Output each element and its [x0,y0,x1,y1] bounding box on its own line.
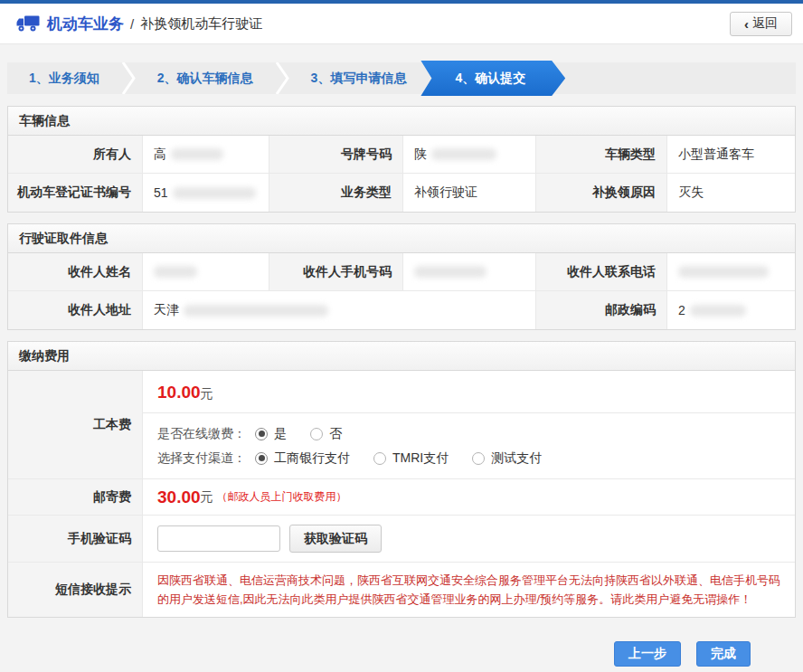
sms-code-content: 获取验证码 [143,516,795,563]
step-2-confirm-vehicle[interactable]: 2、确认车辆信息 [136,62,275,94]
reg-cert-value-text: 51 [154,185,168,200]
payment-options: 是否在线缴费： 是 否 选择支付渠道： 工商银行支付 [143,412,795,478]
page-title: 补换领机动车行驶证 [140,15,262,33]
owner-label: 所有人 [8,136,143,174]
back-chevron-icon: ‹ [744,17,749,31]
finish-button[interactable]: 完成 [696,641,751,667]
truck-icon [16,14,40,33]
sms-code-label: 手机验证码 [8,516,143,563]
redacted-value [431,148,496,160]
payment-table: 工本费 10.00元 是否在线缴费： 是 否 选择 [8,371,795,617]
redacted-value [690,305,746,317]
header: 机动车业务 / 补换领机动车行驶证 ‹ 返回 [0,4,803,44]
get-sms-code-button[interactable]: 获取验证码 [289,525,382,553]
online-payment-question-row: 是否在线缴费： 是 否 [157,421,780,446]
radio-icon[interactable] [310,428,323,440]
back-button[interactable]: ‹ 返回 [730,12,792,36]
redacted-value [184,305,328,317]
radio-option-icbc[interactable]: 工商银行支付 [255,450,350,467]
app-title: 机动车业务 [47,14,124,34]
step-1-label: 1、业务须知 [29,71,99,87]
postal-code-value: 2 [667,291,795,329]
sms-code-input[interactable] [157,525,280,552]
postal-code-text: 2 [678,303,685,317]
mail-fee-label: 邮寄费 [8,479,143,516]
reason-value: 灭失 [667,174,795,212]
owner-value-text: 高 [154,147,166,163]
recipient-mobile-label: 收件人手机号码 [269,253,403,291]
recipient-name-value [143,253,269,291]
vehicle-section-title: 车辆信息 [8,107,795,136]
mail-fee-note: （邮政人员上门收取费用） [217,489,347,505]
payment-section-title: 缴纳费用 [8,342,795,371]
pickup-section-title: 行驶证取件信息 [8,224,795,253]
mail-fee-currency: 元 [201,489,213,506]
recipient-name-label: 收件人姓名 [8,253,143,291]
pickup-info-section: 行驶证取件信息 收件人姓名 收件人手机号码 收件人联系电话 收件人地址 天津 邮… [7,223,796,330]
step-3-label: 3、填写申请信息 [311,71,407,87]
production-fee-amount: 10.00 [157,383,201,402]
footer-actions: 上一步 完成 [0,629,803,667]
recipient-phone-label: 收件人联系电话 [536,253,667,291]
radio-icon[interactable] [472,452,485,465]
recipient-phone-value [667,253,795,291]
radio-label-no: 否 [329,426,342,442]
vehicle-type-label: 车辆类型 [536,136,667,174]
business-type-label: 业务类型 [269,174,403,212]
production-fee-label: 工本费 [8,371,143,479]
vehicle-type-value: 小型普通客车 [667,136,795,174]
redacted-value [154,266,197,278]
radio-label-tmri: TMRI支付 [392,450,449,467]
production-fee-content: 10.00元 是否在线缴费： 是 否 选择支付渠道： [143,371,795,479]
payment-channel-question-row: 选择支付渠道： 工商银行支付 TMRI支付 测试支付 [157,446,780,470]
previous-step-button[interactable]: 上一步 [614,641,681,667]
radio-label-test: 测试支付 [491,450,542,467]
recipient-address-text: 天津 [154,302,179,318]
radio-option-test[interactable]: 测试支付 [472,450,542,467]
mail-fee-content: 30.00元 （邮政人员上门收取费用） [143,479,795,516]
step-separator-icon [275,62,289,94]
vehicle-info-table: 所有人 高 号牌号码 陕 车辆类型 小型普通客车 机动车登记证书编号 51 业务… [8,136,795,212]
plate-value: 陕 [403,136,536,174]
recipient-mobile-value [403,253,536,291]
reg-cert-value: 51 [143,174,269,212]
payment-channel-question: 选择支付渠道： [157,450,246,467]
redacted-value [414,266,487,278]
step-3-fill-application[interactable]: 3、填写申请信息 [289,62,429,94]
reason-label: 补换领原因 [536,174,667,212]
radio-icon[interactable] [255,452,268,465]
production-fee-amount-row: 10.00元 [143,371,795,412]
online-payment-question: 是否在线缴费： [157,426,246,442]
payment-section: 缴纳费用 工本费 10.00元 是否在线缴费： 是 否 [7,341,796,618]
plate-value-text: 陕 [414,147,427,163]
step-wizard: 1、业务须知 2、确认车辆信息 3、填写申请信息 4、确认提交 [7,62,796,94]
step-separator-icon [121,62,136,94]
breadcrumb-separator: / [130,16,134,32]
radio-option-yes[interactable]: 是 [255,426,287,442]
owner-value: 高 [143,136,269,174]
radio-icon[interactable] [255,428,268,440]
radio-icon[interactable] [373,452,386,465]
pickup-info-table: 收件人姓名 收件人手机号码 收件人联系电话 收件人地址 天津 邮政编码 2 [8,253,795,329]
business-type-value: 补领行驶证 [403,174,536,212]
step-4-confirm-submit[interactable]: 4、确认提交 [420,61,565,96]
step-1-notice[interactable]: 1、业务须知 [7,62,121,94]
production-fee-currency: 元 [201,386,213,401]
vehicle-info-section: 车辆信息 所有人 高 号牌号码 陕 车辆类型 小型普通客车 机动车登记证书编号 … [7,106,796,213]
sms-notice-label: 短信接收提示 [8,563,143,617]
redacted-value [173,187,256,199]
radio-option-no[interactable]: 否 [310,426,342,442]
sms-notice-text: 因陕西省联通、电信运营商技术问题，陕西省互联网交通安全综合服务管理平台无法向持陕… [143,563,795,617]
back-button-label: 返回 [752,15,778,32]
reg-cert-label: 机动车登记证书编号 [8,174,143,212]
step-2-label: 2、确认车辆信息 [157,71,253,87]
redacted-value [171,148,223,160]
recipient-address-label: 收件人地址 [8,291,143,329]
recipient-address-value: 天津 [143,291,536,329]
plate-label: 号牌号码 [269,136,403,174]
postal-code-label: 邮政编码 [536,291,667,329]
radio-option-tmri[interactable]: TMRI支付 [373,450,449,467]
redacted-value [678,266,769,278]
radio-label-yes: 是 [274,426,287,442]
radio-label-icbc: 工商银行支付 [274,450,350,467]
